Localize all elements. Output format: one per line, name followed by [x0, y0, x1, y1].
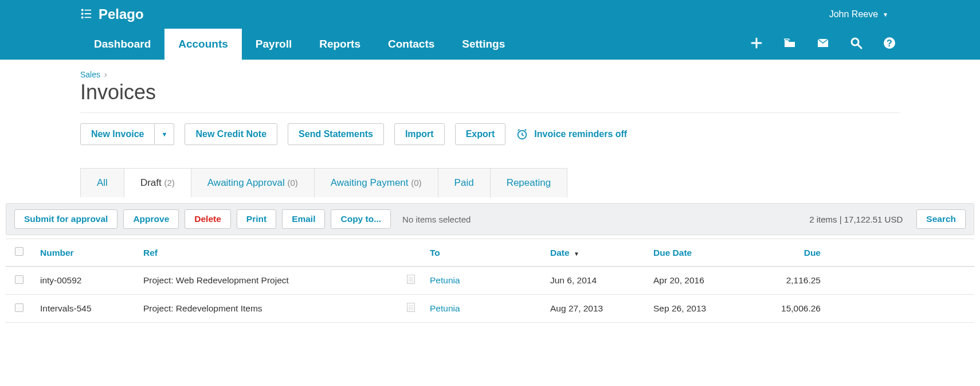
navbar: Dashboard Accounts Payroll Reports Conta… — [0, 29, 980, 60]
content: Sales › Invoices New Invoice ▼ New Credi… — [0, 60, 980, 197]
toolbar: Submit for approval Approve Delete Print… — [6, 203, 974, 235]
table-row[interactable]: Intervals-545 Project: Redevelopment Ite… — [6, 295, 974, 323]
invoice-reminders-toggle[interactable]: Invoice reminders off — [516, 128, 627, 141]
column-due[interactable]: Due — [743, 239, 829, 267]
svg-point-0 — [82, 9, 83, 10]
subtab-draft[interactable]: Draft (2) — [124, 168, 191, 197]
svg-point-2 — [82, 13, 83, 14]
invoice-table: Number Ref To Date ▼ Due Date Due inty-0… — [6, 239, 974, 323]
nav-tab-contacts[interactable]: Contacts — [374, 29, 448, 60]
subtab-paid[interactable]: Paid — [438, 168, 491, 197]
help-icon[interactable]: ? — [883, 36, 896, 52]
subtab-all[interactable]: All — [80, 168, 124, 197]
subtab-label: Draft — [140, 177, 162, 188]
new-credit-note-button[interactable]: New Credit Note — [185, 123, 277, 145]
nav-tabs: Dashboard Accounts Payroll Reports Conta… — [80, 29, 519, 60]
nav-tab-payroll[interactable]: Payroll — [242, 29, 305, 60]
subtab-count: (2) — [164, 178, 174, 188]
action-row: New Invoice ▼ New Credit Note Send State… — [80, 123, 900, 145]
search-icon[interactable] — [849, 36, 863, 52]
items-summary: 2 items | 17,122.51 USD — [809, 215, 903, 224]
subtab-awaiting-payment[interactable]: Awaiting Payment (0) — [315, 168, 438, 197]
delete-button[interactable]: Delete — [185, 209, 231, 229]
cell-note[interactable] — [399, 295, 422, 323]
column-label: Date — [550, 248, 570, 258]
submit-for-approval-button[interactable]: Submit for approval — [14, 209, 117, 229]
subtab-label: Repeating — [507, 177, 551, 188]
user-name: John Reeve — [829, 9, 878, 20]
cell-to[interactable]: Petunia — [422, 295, 542, 323]
subtab-repeating[interactable]: Repeating — [491, 168, 568, 197]
subtab-label: Paid — [454, 177, 474, 188]
nav-tab-accounts[interactable]: Accounts — [164, 29, 242, 60]
nav-tab-settings[interactable]: Settings — [448, 29, 519, 60]
nav-tab-dashboard[interactable]: Dashboard — [80, 29, 164, 60]
export-button[interactable]: Export — [455, 123, 506, 145]
column-number[interactable]: Number — [32, 239, 135, 267]
plus-icon[interactable] — [750, 36, 763, 52]
subtab-awaiting-approval[interactable]: Awaiting Approval (0) — [191, 168, 315, 197]
column-to[interactable]: To — [422, 239, 542, 267]
cell-to[interactable]: Petunia — [422, 267, 542, 295]
reminder-label: Invoice reminders off — [534, 129, 627, 139]
print-button[interactable]: Print — [237, 209, 276, 229]
email-button[interactable]: Email — [282, 209, 325, 229]
svg-line-8 — [858, 45, 861, 48]
note-icon — [407, 275, 415, 284]
clock-icon — [516, 128, 528, 141]
subtab-count: (0) — [411, 178, 421, 188]
nav-tab-reports[interactable]: Reports — [305, 29, 374, 60]
column-padding — [829, 239, 974, 267]
cell-ref: Project: Redevelopment Items — [135, 295, 399, 323]
sort-desc-icon: ▼ — [574, 251, 579, 257]
column-due-date[interactable]: Due Date — [645, 239, 743, 267]
user-menu[interactable]: John Reeve ▼ — [829, 9, 969, 20]
row-checkbox[interactable] — [15, 275, 23, 284]
cell-date: Aug 27, 2013 — [542, 295, 645, 323]
search-button[interactable]: Search — [916, 209, 966, 229]
row-checkbox[interactable] — [15, 303, 23, 312]
breadcrumb: Sales › — [80, 70, 900, 79]
selection-status: No items selected — [402, 215, 471, 224]
logo-wrap: Pelago — [80, 6, 144, 22]
cell-number: inty-00592 — [32, 267, 135, 295]
approve-button[interactable]: Approve — [123, 209, 179, 229]
cell-number: Intervals-545 — [32, 295, 135, 323]
column-date[interactable]: Date ▼ — [542, 239, 645, 267]
column-note — [399, 239, 422, 267]
app-name[interactable]: Pelago — [99, 6, 144, 22]
table-row[interactable]: inty-00592 Project: Web Redevelopment Pr… — [6, 267, 974, 295]
import-button[interactable]: Import — [394, 123, 445, 145]
subtab-label: All — [97, 177, 108, 188]
new-invoice-dropdown[interactable]: ▼ — [155, 123, 174, 145]
cell-due: 15,006.26 — [743, 295, 829, 323]
svg-text:?: ? — [887, 38, 892, 48]
new-invoice-split: New Invoice ▼ — [80, 123, 174, 145]
select-all-header[interactable] — [6, 239, 32, 267]
caret-down-icon: ▼ — [883, 11, 888, 18]
subtab-label: Awaiting Payment — [331, 177, 409, 188]
breadcrumb-separator: › — [104, 70, 107, 79]
table-section: Submit for approval Approve Delete Print… — [0, 203, 980, 323]
subtab-count: (0) — [287, 178, 297, 188]
cell-due-date: Apr 20, 2016 — [645, 267, 743, 295]
note-icon — [407, 303, 415, 312]
cell-due-date: Sep 26, 2013 — [645, 295, 743, 323]
menu-icon[interactable] — [80, 7, 93, 22]
mail-icon[interactable] — [816, 36, 830, 52]
cell-ref: Project: Web Redevelopment Project — [135, 267, 399, 295]
column-ref[interactable]: Ref — [135, 239, 399, 267]
page-title: Invoices — [80, 80, 900, 104]
new-invoice-button[interactable]: New Invoice — [80, 123, 155, 145]
send-statements-button[interactable]: Send Statements — [288, 123, 384, 145]
topbar: Pelago John Reeve ▼ — [0, 0, 980, 29]
checkbox-icon[interactable] — [15, 247, 23, 256]
cell-due: 2,116.25 — [743, 267, 829, 295]
copy-to-button[interactable]: Copy to... — [331, 209, 391, 229]
breadcrumb-parent[interactable]: Sales — [80, 70, 100, 79]
table-header-row: Number Ref To Date ▼ Due Date Due — [6, 239, 974, 267]
folder-icon[interactable] — [783, 36, 797, 52]
nav-icons: ? — [750, 36, 900, 60]
cell-note[interactable] — [399, 267, 422, 295]
divider — [80, 112, 900, 113]
